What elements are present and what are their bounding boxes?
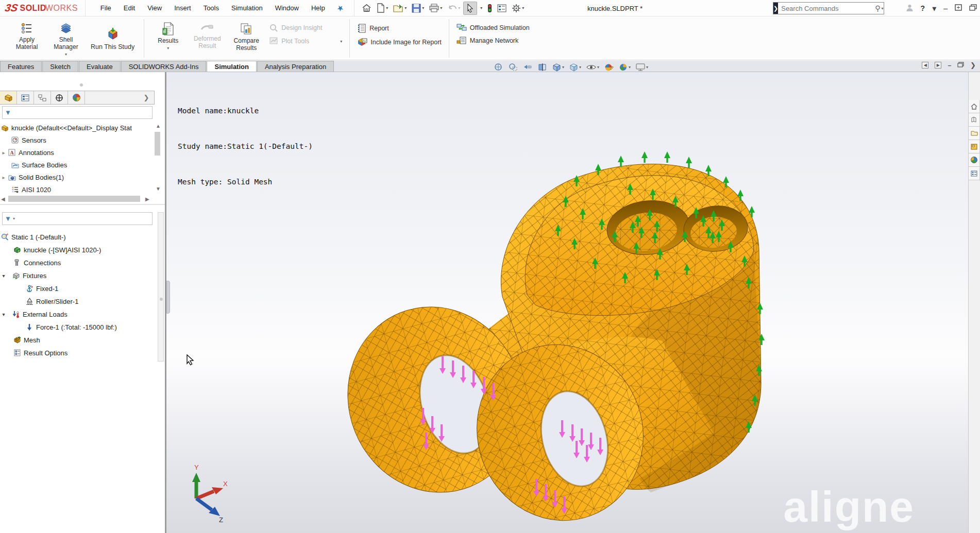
menu-view[interactable]: View [142,2,167,14]
menu-window[interactable]: Window [269,2,305,14]
collapse-right-pane-button[interactable]: ▶ [935,62,941,68]
expand-band-chevron[interactable]: ❯ [970,61,976,69]
menu-simulation[interactable]: Simulation [226,2,268,14]
tree-row-result-options[interactable]: Result Options [12,347,67,359]
expand-arrow-icon[interactable]: ▸ [0,175,7,180]
collapse-arrow-icon[interactable]: ▾ [0,273,7,279]
edit-appearance-button[interactable] [604,63,614,72]
apply-scene-dropdown[interactable]: ▾ [629,65,631,70]
study-tree-scrollbar[interactable] [158,212,164,362]
tab-sketch[interactable]: Sketch [42,61,78,72]
print-button[interactable]: ▾ [427,2,444,14]
panel-viewport-divider[interactable] [165,72,166,533]
report-button[interactable]: Report [357,23,442,33]
zoom-to-area-button[interactable] [508,62,518,72]
hide-show-items-button[interactable]: ▾ [586,63,599,71]
tree-scroll-left[interactable]: ◀ [1,197,5,202]
tree-row-material[interactable]: AISI 1020 [10,183,51,196]
custom-properties-button[interactable] [968,167,980,180]
tree-row-external-loads[interactable]: ▾ External Loads [0,308,67,320]
tree-row-force[interactable]: Force-1 (:Total: -15000 lbf:) [25,321,117,333]
tab-configurationmanager[interactable] [34,91,51,104]
apply-material-button[interactable]: ApplyMaterial [7,19,46,58]
search-dropdown-icon[interactable]: ▾ [881,6,885,11]
restore-button[interactable] [955,4,962,12]
home-button[interactable] [360,2,374,14]
help-button[interactable]: ? [921,4,925,12]
options-gear-button[interactable]: ▾ [510,2,526,14]
search-icon[interactable]: ⚲ [875,4,881,12]
splitter-dot[interactable] [80,83,83,87]
feature-tree-filter[interactable]: ▼ [2,106,153,119]
panel-expand-chevron[interactable]: ❯ [139,91,154,104]
tree-row-surface-bodies[interactable]: Surface Bodies [10,159,67,171]
tree-row-root[interactable]: knuckle (Default<<Default>_Display Stat [0,122,132,134]
minimize-document-button[interactable]: – [948,62,951,69]
minimize-button[interactable]: – [943,4,948,12]
help-dropdown-icon[interactable]: ▾ [932,4,936,13]
tree-row-roller-slider[interactable]: Roller/Slider-1 [25,295,78,307]
reference-triad[interactable]: Y X Z [192,463,228,524]
offloaded-simulation-button[interactable]: Offloaded Simulation [457,23,530,32]
tree-row-annotations[interactable]: ▸ A Annotations [0,146,54,159]
solidworks-resources-button[interactable] [968,100,980,113]
zoom-to-fit-button[interactable] [494,62,503,72]
model-canvas[interactable]: Y X Z [166,72,968,533]
run-this-study-button[interactable]: Run This Study [86,19,140,58]
shell-manager-button[interactable]: ShellManager ▾ [46,19,86,58]
save-button[interactable]: ▾ [410,2,426,14]
cascade-windows-button[interactable] [969,4,977,12]
menu-edit[interactable]: Edit [118,2,141,14]
study-tree-filter[interactable]: ▼ ▾ [2,212,153,225]
view-settings-dropdown[interactable]: ▾ [646,65,648,70]
collapse-left-pane-button[interactable]: ◀ [922,62,928,68]
hide-show-dropdown[interactable]: ▾ [597,65,599,70]
graphics-viewport[interactable]: Model name:knuckle Study name:Static 1(-… [166,72,968,533]
file-explorer-button[interactable] [968,127,980,140]
results-button[interactable]: Results ▾ [148,19,188,58]
section-view-button[interactable] [537,63,547,72]
collapse-arrow-icon[interactable]: ▾ [0,312,7,317]
tab-dimxpertmanager[interactable] [51,91,68,104]
include-image-for-report-button[interactable]: Include Image for Report [357,38,442,47]
tab-solidworks-add-ins[interactable]: SOLIDWORKS Add-Ins [121,61,207,72]
tree-row-study-part[interactable]: knuckle (-[SW]AISI 1020-) [12,244,101,256]
appearances-scenes-button[interactable] [968,153,980,167]
tab-features[interactable]: Features [0,61,42,72]
filter-dropdown-icon[interactable]: ▾ [13,216,15,221]
tree-scroll-right[interactable]: ▶ [145,197,149,202]
panel-splitter[interactable] [0,204,165,205]
plot-tools-dropdown[interactable]: ▾ [340,39,342,44]
display-style-dropdown[interactable]: ▾ [579,65,581,70]
shell-manager-dropdown[interactable]: ▾ [65,52,67,57]
restore-document-button[interactable] [957,62,964,69]
results-dropdown[interactable]: ▾ [167,46,169,50]
manage-network-button[interactable]: Manage Network [457,36,530,45]
view-settings-button[interactable]: ▾ [635,63,648,71]
tree-scroll-down[interactable]: ▼ [156,186,161,192]
undo-button[interactable]: ▾ [445,3,462,14]
display-style-button[interactable]: ▾ [569,63,581,72]
view-palette-button[interactable] [968,140,980,153]
tree-row-mesh[interactable]: Mesh [12,334,40,346]
tree-scrollbar-thumb[interactable] [155,132,160,156]
evaluate-list-button[interactable] [495,3,509,14]
tree-hscrollbar-thumb[interactable] [8,196,140,202]
pin-menu-icon[interactable]: ★︎ [331,0,350,17]
plot-tools-button[interactable]: Plot Tools ▾ [269,37,342,46]
select-dropdown[interactable]: ▾ [478,4,484,12]
compare-results-button[interactable]: CompareResults [227,19,266,58]
tab-analysis-preparation[interactable]: Analysis Preparation [257,61,334,72]
open-document-button[interactable]: ▾ [391,2,409,14]
tree-row-connections[interactable]: Connections [12,256,61,269]
menu-help[interactable]: Help [306,2,331,14]
previous-view-button[interactable] [522,63,533,71]
design-insight-button[interactable]: Design Insight [269,23,342,32]
tree-row-solid-bodies[interactable]: ▸ Solid Bodies(1) [0,171,64,183]
deformed-result-button[interactable]: DeformedResult [188,19,227,58]
menu-file[interactable]: File [95,2,117,14]
tab-featuremanager-part[interactable] [0,91,17,104]
tab-propertymanager[interactable] [17,91,34,104]
tab-displaymanager[interactable] [68,91,85,104]
apply-scene-button[interactable]: ▾ [618,63,631,72]
